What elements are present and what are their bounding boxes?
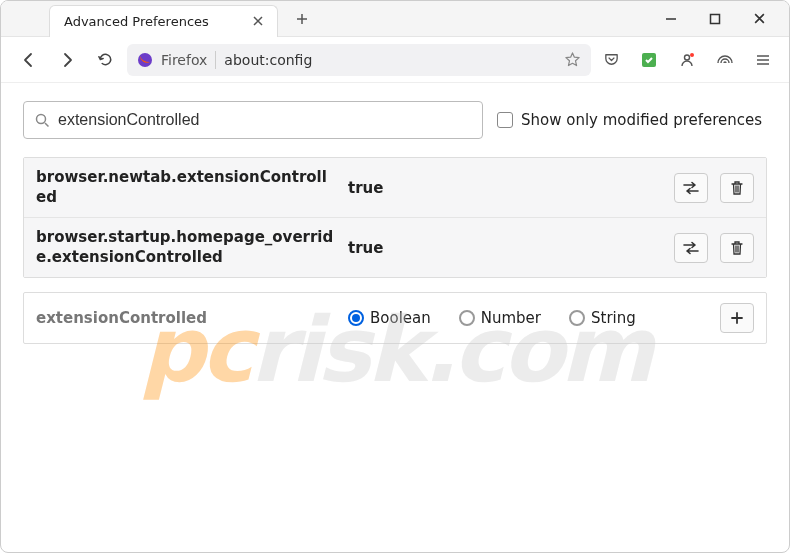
toggle-button[interactable]	[674, 233, 708, 263]
radio-icon	[459, 310, 475, 326]
navigation-toolbar: Firefox about:config	[1, 37, 789, 83]
pref-search-input[interactable]	[58, 111, 472, 129]
pref-value: true	[348, 179, 662, 197]
new-tab-button[interactable]	[288, 5, 316, 33]
pref-row[interactable]: browser.newtab.extensionControlled true	[24, 158, 766, 218]
forward-button[interactable]	[51, 44, 83, 76]
delete-button[interactable]	[720, 173, 754, 203]
type-radio-group: Boolean Number String	[348, 309, 708, 327]
maximize-button[interactable]	[705, 9, 725, 29]
pref-name: browser.startup.homepage_override.extens…	[36, 228, 336, 267]
svg-point-1	[138, 53, 152, 67]
close-tab-icon[interactable]	[249, 12, 267, 30]
back-button[interactable]	[13, 44, 45, 76]
tab-title: Advanced Preferences	[64, 14, 209, 29]
radio-string[interactable]: String	[569, 309, 636, 327]
radio-icon	[569, 310, 585, 326]
url-bar[interactable]: Firefox about:config	[127, 44, 591, 76]
bookmark-star-icon[interactable]	[564, 51, 581, 68]
svg-rect-0	[711, 14, 720, 23]
toolbar-right	[597, 46, 777, 74]
url-identity: Firefox	[161, 52, 207, 68]
svg-point-3	[685, 55, 690, 60]
add-pref-button[interactable]	[720, 303, 754, 333]
toggle-button[interactable]	[674, 173, 708, 203]
browser-window: Advanced Preferences	[0, 0, 790, 553]
url-path: about:config	[224, 52, 312, 68]
radio-boolean[interactable]: Boolean	[348, 309, 431, 327]
close-window-button[interactable]	[749, 9, 769, 29]
content-area: Show only modified preferences browser.n…	[1, 83, 789, 552]
radio-icon	[348, 310, 364, 326]
radio-number[interactable]: Number	[459, 309, 541, 327]
show-modified-checkbox[interactable]: Show only modified preferences	[497, 111, 762, 129]
svg-point-5	[37, 115, 46, 124]
menu-button[interactable]	[749, 46, 777, 74]
checkbox-icon	[497, 112, 513, 128]
titlebar: Advanced Preferences	[1, 1, 789, 37]
reload-button[interactable]	[89, 44, 121, 76]
radio-label: Number	[481, 309, 541, 327]
search-icon	[34, 112, 50, 128]
firefox-icon	[137, 52, 153, 68]
minimize-button[interactable]	[661, 9, 681, 29]
url-separator	[215, 51, 216, 69]
account-icon[interactable]	[673, 46, 701, 74]
window-controls	[661, 9, 789, 29]
checkbox-label: Show only modified preferences	[521, 111, 762, 129]
protections-icon[interactable]	[711, 46, 739, 74]
pref-row[interactable]: browser.startup.homepage_override.extens…	[24, 218, 766, 277]
pref-value: true	[348, 239, 662, 257]
radio-label: Boolean	[370, 309, 431, 327]
pref-results: browser.newtab.extensionControlled true …	[23, 157, 767, 278]
extension-icon[interactable]	[635, 46, 663, 74]
pref-name: browser.newtab.extensionControlled	[36, 168, 336, 207]
delete-button[interactable]	[720, 233, 754, 263]
pref-search-box[interactable]	[23, 101, 483, 139]
radio-label: String	[591, 309, 636, 327]
svg-point-4	[690, 53, 694, 57]
search-row: Show only modified preferences	[23, 101, 767, 139]
browser-tab[interactable]: Advanced Preferences	[49, 5, 278, 37]
new-pref-name: extensionControlled	[36, 309, 336, 327]
pocket-icon[interactable]	[597, 46, 625, 74]
new-pref-row: extensionControlled Boolean Number Strin…	[23, 292, 767, 344]
